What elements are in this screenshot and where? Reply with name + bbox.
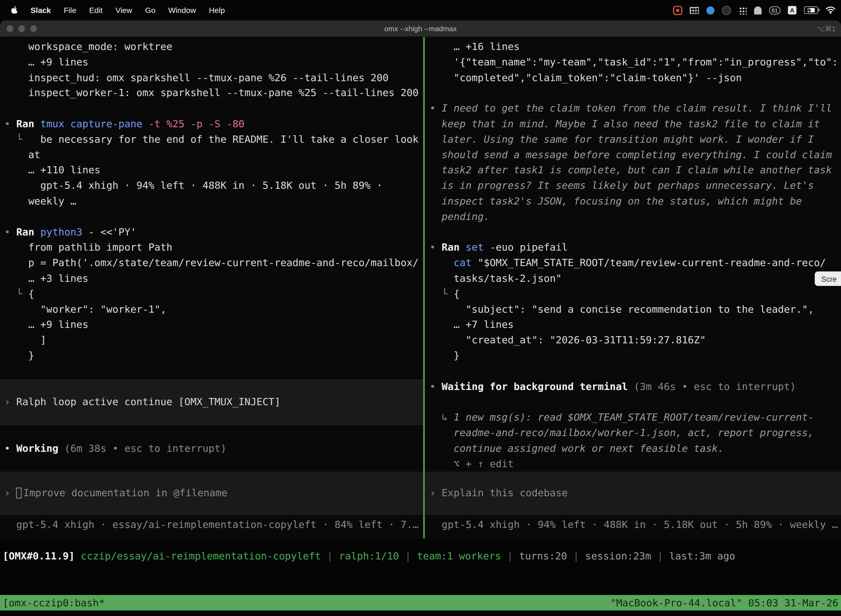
terminal-line: task2 after task1 is complete, but can I…	[429, 163, 841, 178]
menu-item-window[interactable]: Window	[168, 6, 196, 14]
terminal-line: '{"team_name":"my-team","task_id":"1","f…	[429, 55, 841, 70]
tmux-session-label: [omx-cczip0:bash*	[3, 595, 105, 610]
terminal-line: pending.	[429, 209, 841, 224]
terminal-line	[429, 224, 841, 240]
terminal-line: ↳ 1 new msg(s): read $OMX_TEAM_STATE_ROO…	[429, 410, 841, 425]
terminal-line: inspect_worker-1: omx sparkshell --tmux-…	[4, 85, 423, 101]
composer-input[interactable]: › Improve documentation in @filename	[0, 472, 423, 515]
terminal-line: ]	[4, 333, 423, 348]
tmux-status-bar: [omx-cczip0:bash* "MacBook-Pro-44.local"…	[0, 595, 841, 610]
terminal-line	[429, 85, 841, 101]
input-source-icon[interactable]: A	[788, 6, 797, 14]
injected-message-band: › Ralph loop active continue [OMX_TMUX_I…	[0, 379, 423, 425]
screen: Slack FileEditViewGoWindowHelp 61 A	[0, 0, 841, 616]
dots-grid-icon[interactable]	[738, 6, 746, 14]
window-title: omx --xhigh --madmax	[0, 24, 841, 32]
terminal-line: › Ralph loop active continue [OMX_TMUX_I…	[4, 395, 423, 410]
terminal-line	[4, 101, 423, 116]
terminal-line: gpt-5.4 xhigh · 94% left · 488K in · 5.1…	[429, 517, 841, 532]
terminal-line: keep that in mind. Maybe I also need the…	[429, 116, 841, 132]
terminal-line: "completed","claim_token":"claim-token"}…	[429, 70, 841, 85]
tmux-host-clock: "MacBook-Pro-44.local" 05:03 31-Mar-26	[610, 595, 838, 610]
terminal-block: • Working (6m 38s • esc to interrupt)	[4, 425, 423, 472]
window-titlebar[interactable]: omx --xhigh --madmax ⌥⌘1	[0, 21, 841, 37]
terminal-line: › Explain this codebase	[429, 486, 841, 501]
terminal-line: … +3 lines	[4, 271, 423, 286]
menu-item-help[interactable]: Help	[209, 6, 225, 14]
terminal-line: › Improve documentation in @filename	[4, 486, 423, 501]
terminal-line: cat "$OMX_TEAM_STATE_ROOT/team/review-cu…	[429, 255, 841, 271]
terminal-line: └ {	[4, 286, 423, 302]
terminal-line: should send a message before completing …	[429, 147, 841, 163]
terminal-line: └ {	[429, 286, 841, 302]
battery-icon[interactable]	[804, 6, 818, 14]
terminal-block: gpt-5.4 xhigh · essay/ai-reimplementatio…	[4, 517, 423, 532]
terminal-block: gpt-5.4 xhigh · 94% left · 488K in · 5.1…	[429, 517, 841, 532]
terminal-line	[4, 425, 423, 441]
terminal-line: weekly …	[4, 194, 423, 209]
blue-app-icon[interactable]	[706, 6, 714, 14]
terminal-block: … +16 lines '{"team_name":"my-team","tas…	[429, 39, 841, 472]
screen-recording-stop-icon[interactable]	[673, 6, 682, 15]
terminal-line	[429, 364, 841, 379]
terminal-line: • I need to get the claim token from the…	[429, 101, 841, 116]
terminal-line: • Waiting for background terminal (3m 46…	[429, 379, 841, 395]
composer-input[interactable]: › Explain this codebase	[425, 472, 841, 515]
terminal-line: inspect task2's JSON, focusing on the st…	[429, 194, 841, 209]
terminal-line: • Ran tmux capture-pane -t %25 -p -S -80	[4, 116, 423, 132]
terminal-area: workspace_mode: worktree … +9 lines insp…	[0, 37, 841, 539]
terminal-line	[4, 364, 423, 379]
terminal-line: gpt-5.4 xhigh · essay/ai-reimplementatio…	[4, 517, 423, 532]
terminal-line: • Ran python3 - <<'PY'	[4, 224, 423, 240]
terminal-line: "created_at": "2026-03-31T11:59:27.816Z"	[429, 333, 841, 348]
menu-item-go[interactable]: Go	[145, 6, 155, 14]
omx-status-area: [OMX#0.11.9] cczip/essay/ai-reimplementa…	[0, 539, 841, 595]
terminal-line: gpt-5.4 xhigh · 94% left · 488K in · 5.1…	[4, 178, 423, 194]
terminal-line: inspect_hud: omx sparkshell --tmux-pane …	[4, 70, 423, 85]
keyboard-grid-icon[interactable]	[690, 7, 699, 13]
terminal-line: workspace_mode: worktree	[4, 39, 423, 55]
menu-bar: Slack FileEditViewGoWindowHelp 61 A	[0, 0, 841, 21]
terminal-line: ⌥ + ↑ edit	[429, 456, 841, 472]
terminal-line: }	[4, 348, 423, 364]
terminal-line: … +9 lines	[4, 55, 423, 70]
terminal-line	[429, 395, 841, 410]
ghost-app-icon[interactable]	[754, 6, 762, 14]
tmux-pane-right[interactable]: … +16 lines '{"team_name":"my-team","tas…	[425, 37, 841, 539]
terminal-line: └ be necessary for the end of the README…	[4, 132, 423, 147]
wifi-icon[interactable]	[826, 6, 836, 14]
terminal-line: readme-and-reco/mailbox/worker-1.json, a…	[429, 425, 841, 441]
dark-app-icon[interactable]	[722, 6, 731, 15]
apple-menu-icon[interactable]	[11, 6, 18, 14]
terminal-line: continue assigned work or next feasible …	[429, 441, 841, 456]
terminal-line: • Ran set -euo pipefail	[429, 240, 841, 255]
terminal-line: tasks/task-2.json"	[429, 271, 841, 286]
terminal-window: omx --xhigh --madmax ⌥⌘1 workspace_mode:…	[0, 21, 841, 616]
menu-app-name[interactable]: Slack	[31, 6, 51, 14]
terminal-line	[4, 456, 423, 472]
window-shortcut-hint: ⌥⌘1	[817, 24, 835, 32]
terminal-line: later. Using the same for transition mig…	[429, 132, 841, 147]
terminal-line: "worker": "worker-1",	[4, 302, 423, 317]
terminal-line: … +110 lines	[4, 163, 423, 178]
terminal-line: }	[429, 348, 841, 364]
text-cursor	[16, 488, 22, 499]
screen-edge-tooltip[interactable]: Scre	[815, 271, 841, 286]
omx-status-line: [OMX#0.11.9] cczip/essay/ai-reimplementa…	[0, 549, 841, 565]
terminal-line: is in progress? It seems likely but perh…	[429, 178, 841, 194]
terminal-line: … +16 lines	[429, 39, 841, 55]
menu-item-file[interactable]: File	[64, 6, 76, 14]
terminal-line: p = Path('.omx/state/team/review-current…	[4, 255, 423, 271]
terminal-line: from pathlib import Path	[4, 240, 423, 255]
terminal-line: "subject": "send a concise recommendatio…	[429, 302, 841, 317]
terminal-line: … +7 lines	[429, 317, 841, 333]
menu-item-edit[interactable]: Edit	[89, 6, 103, 14]
terminal-line	[4, 209, 423, 224]
terminal-line: … +9 lines	[4, 317, 423, 333]
battery-percent-badge[interactable]: 61	[769, 6, 780, 14]
terminal-line: at	[4, 147, 423, 163]
terminal-block: workspace_mode: worktree … +9 lines insp…	[4, 39, 423, 379]
terminal-line: • Working (6m 38s • esc to interrupt)	[4, 441, 423, 456]
menu-item-view[interactable]: View	[115, 6, 132, 14]
tmux-pane-left[interactable]: workspace_mode: worktree … +9 lines insp…	[0, 37, 423, 539]
